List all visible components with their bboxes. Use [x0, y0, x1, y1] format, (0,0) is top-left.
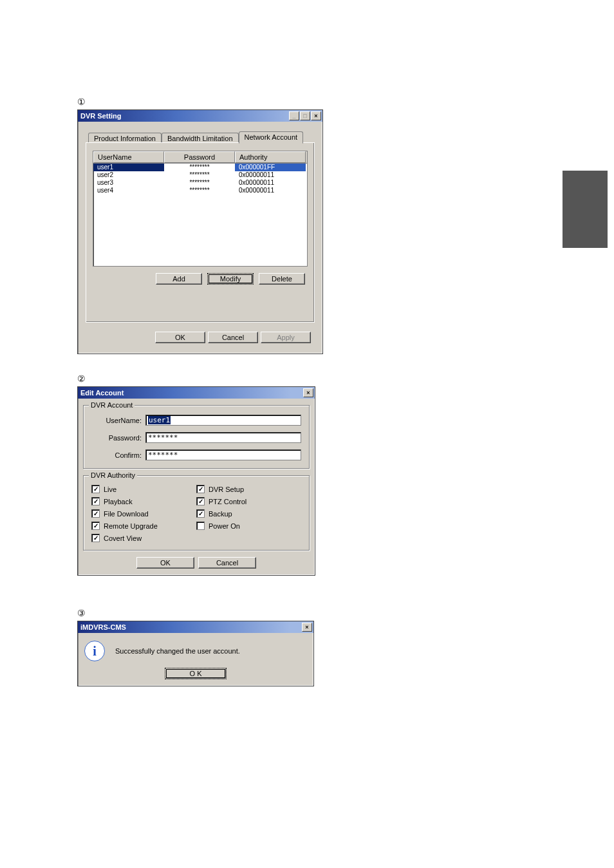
message-window: iMDVRS-CMS × i Successfully changed the …: [77, 621, 314, 686]
confirm-input[interactable]: *******: [145, 449, 301, 460]
checkbox-icon: [196, 522, 205, 530]
tab-network-account[interactable]: Network Account: [239, 131, 304, 144]
network-account-pane: UserName Password Authority user1 ******…: [86, 142, 315, 323]
chk-power-on[interactable]: Power On: [196, 522, 301, 530]
account-list[interactable]: UserName Password Authority user1 ******…: [93, 151, 308, 267]
chk-covert-view[interactable]: Covert View: [91, 534, 196, 542]
cancel-button[interactable]: Cancel: [198, 557, 256, 569]
username-input[interactable]: user1: [145, 415, 301, 426]
cancel-button[interactable]: Cancel: [208, 332, 258, 343]
chk-label: File Download: [104, 510, 149, 518]
dialog-button-row: OK Cancel Apply: [86, 332, 315, 343]
dvr-setting-titlebar: DVR Setting _ □ ×: [78, 110, 322, 122]
chk-file-download[interactable]: File Download: [91, 509, 196, 518]
cell-authority: 0x00000011: [235, 187, 306, 194]
cell-authority: 0x000001FF: [235, 164, 306, 171]
edit-account-title: Edit Account: [80, 389, 303, 397]
col-password[interactable]: Password: [164, 151, 235, 163]
account-row[interactable]: user3 ******** 0x00000011: [93, 179, 307, 187]
edit-account-titlebar: Edit Account ×: [78, 387, 315, 399]
callout-3: ③: [77, 608, 614, 618]
maximize-button[interactable]: □: [300, 111, 310, 120]
checkbox-icon: [91, 522, 100, 530]
callout-2: ②: [77, 373, 614, 384]
ok-button[interactable]: OK: [155, 332, 205, 343]
edit-account-body: DVR Account UserName: user1 Password: **…: [78, 399, 315, 575]
chk-ptz[interactable]: PTZ Control: [196, 497, 301, 505]
checkbox-icon: [91, 485, 100, 493]
add-button[interactable]: Add: [156, 273, 202, 285]
ok-button[interactable]: O K: [165, 668, 227, 679]
cell-password: ********: [164, 179, 235, 187]
checkbox-icon: [91, 534, 100, 542]
cell-authority: 0x00000011: [235, 179, 306, 187]
info-icon: i: [84, 641, 105, 661]
cell-password: ********: [164, 171, 235, 179]
dvr-authority-legend: DVR Authority: [89, 471, 137, 479]
chk-playback[interactable]: Playback: [91, 497, 196, 505]
checkbox-icon: [196, 509, 205, 518]
cell-password: ********: [164, 187, 235, 194]
dvr-authority-group: DVR Authority Live DVR Setup Playback PT…: [83, 475, 310, 551]
message-body: i Successfully changed the user account.…: [78, 633, 313, 686]
chk-label: Power On: [209, 522, 240, 530]
dvr-setting-window: DVR Setting _ □ × Product Information Ba…: [77, 109, 323, 354]
checkbox-icon: [91, 509, 100, 518]
chk-label: Covert View: [104, 534, 142, 542]
delete-button[interactable]: Delete: [259, 273, 305, 285]
cell-username: user4: [93, 187, 164, 194]
edit-account-window: Edit Account × DVR Account UserName: use…: [77, 386, 315, 576]
checkbox-icon: [91, 497, 100, 505]
minimize-button[interactable]: _: [289, 111, 299, 120]
dvr-account-legend: DVR Account: [89, 401, 135, 409]
dvr-setting-body: Product Information Bandwidth Limitation…: [78, 122, 322, 354]
chk-label: PTZ Control: [209, 498, 247, 505]
dvr-setting-title: DVR Setting: [80, 112, 289, 120]
dvr-account-group: DVR Account UserName: user1 Password: **…: [83, 405, 310, 469]
username-label: UserName:: [91, 417, 142, 424]
cell-authority: 0x00000011: [235, 171, 306, 179]
chk-remote-upgrade[interactable]: Remote Upgrade: [91, 522, 196, 530]
tabstrip: Product Information Bandwidth Limitation…: [86, 131, 315, 143]
account-row[interactable]: user2 ******** 0x00000011: [93, 171, 307, 179]
cell-username: user2: [93, 171, 164, 179]
chk-backup[interactable]: Backup: [196, 509, 301, 518]
checkbox-icon: [196, 485, 205, 493]
message-title: iMDVRS-CMS: [80, 623, 302, 631]
close-button[interactable]: ×: [311, 111, 321, 120]
confirm-label: Confirm:: [91, 451, 142, 459]
message-button-row: O K: [84, 668, 307, 679]
chk-label: DVR Setup: [209, 486, 244, 493]
chk-label: Playback: [104, 498, 133, 505]
chk-label: Live: [104, 486, 116, 493]
account-action-row: Add Modify Delete: [93, 273, 308, 285]
edit-account-button-row: OK Cancel: [78, 557, 315, 569]
cell-username: user3: [93, 179, 164, 187]
cell-username: user1: [93, 164, 164, 171]
password-value: *******: [148, 433, 178, 442]
username-value: user1: [148, 416, 171, 424]
cell-password: ********: [164, 164, 235, 171]
message-text: Successfully changed the user account.: [115, 647, 240, 655]
col-authority[interactable]: Authority: [235, 151, 306, 163]
col-username[interactable]: UserName: [93, 151, 164, 163]
close-button[interactable]: ×: [303, 388, 313, 397]
close-button[interactable]: ×: [302, 623, 312, 632]
modify-button[interactable]: Modify: [207, 273, 254, 285]
password-input[interactable]: *******: [145, 432, 301, 443]
chk-label: Backup: [209, 510, 232, 518]
chk-dvr-setup[interactable]: DVR Setup: [196, 485, 301, 493]
callout-1: ①: [77, 97, 614, 107]
chk-label: Remote Upgrade: [104, 522, 158, 530]
password-label: Password:: [91, 434, 142, 442]
message-titlebar: iMDVRS-CMS ×: [78, 621, 313, 633]
account-row[interactable]: user4 ******** 0x00000011: [93, 187, 307, 194]
checkbox-icon: [196, 497, 205, 505]
apply-button[interactable]: Apply: [261, 332, 311, 343]
chk-live[interactable]: Live: [91, 485, 196, 493]
side-tab-marker: [563, 171, 608, 248]
ok-button[interactable]: OK: [136, 557, 194, 569]
page-root: ① DVR Setting _ □ × Product Information …: [0, 0, 614, 868]
confirm-value: *******: [148, 451, 178, 459]
account-row[interactable]: user1 ******** 0x000001FF: [93, 164, 307, 171]
